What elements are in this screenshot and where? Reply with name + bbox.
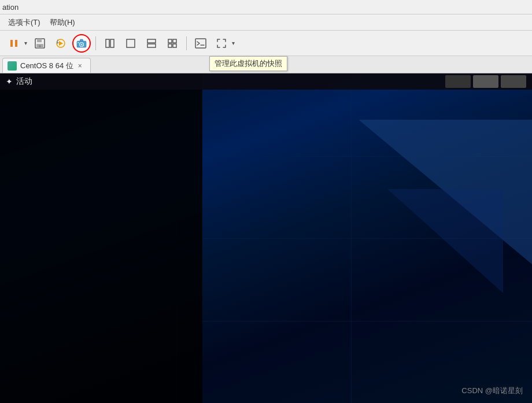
fullscreen-button[interactable] xyxy=(212,34,231,53)
layout4-button[interactable] xyxy=(163,34,182,53)
layout3-button[interactable] xyxy=(142,34,161,53)
svg-rect-18 xyxy=(173,39,176,43)
vm-activities-icon: ✦ xyxy=(6,77,13,86)
tab-icon xyxy=(8,61,17,71)
svg-rect-0 xyxy=(10,40,13,47)
snapshot-button[interactable] xyxy=(72,34,91,53)
svg-marker-7 xyxy=(57,42,59,44)
svg-rect-13 xyxy=(110,39,114,47)
svg-rect-14 xyxy=(127,39,135,47)
layout1-button[interactable] xyxy=(101,34,119,53)
vm-content-area[interactable]: ✦ 活动 CSDN @暗诺星刻 xyxy=(0,73,532,403)
svg-rect-15 xyxy=(147,39,156,43)
snapshot-tooltip: 管理此虚拟机的快照 xyxy=(209,56,287,71)
svg-rect-20 xyxy=(173,44,176,47)
title-bar-text: ation xyxy=(2,3,19,12)
svg-rect-11 xyxy=(77,42,79,43)
menu-tab[interactable]: 选项卡(T) xyxy=(5,16,44,29)
vm-desktop[interactable]: ✦ 活动 CSDN @暗诺星刻 xyxy=(0,73,532,403)
tab-close-button[interactable]: × xyxy=(77,62,83,70)
vm-topbar-widget-3 xyxy=(501,75,526,88)
terminal-button[interactable] xyxy=(191,34,210,53)
svg-rect-3 xyxy=(37,39,42,42)
vm-left-panel xyxy=(0,73,202,403)
tab-label: CentOS 8 64 位 xyxy=(20,61,73,71)
toolbar-separator-1 xyxy=(95,36,96,50)
toolbar-separator-2 xyxy=(186,36,187,50)
vm-activities-btn[interactable]: ✦ 活动 xyxy=(6,76,32,87)
vm-triangle-2 xyxy=(387,189,503,293)
svg-rect-12 xyxy=(106,39,109,47)
fullscreen-dropdown-arrow[interactable]: ▾ xyxy=(231,39,236,47)
svg-rect-16 xyxy=(147,44,156,47)
watermark: CSDN @暗诺星刻 xyxy=(461,386,523,396)
vm-tab[interactable]: CentOS 8 64 位 × xyxy=(2,58,91,73)
fullscreen-btn-group: ▾ xyxy=(212,34,236,53)
svg-rect-19 xyxy=(168,44,172,47)
svg-rect-17 xyxy=(168,39,172,43)
pause-btn-group: ▾ xyxy=(5,34,28,53)
vm-topbar: ✦ 活动 xyxy=(0,73,532,90)
svg-point-5 xyxy=(39,45,41,47)
pause-button[interactable] xyxy=(5,34,23,53)
toolbar: ▾ xyxy=(0,31,532,56)
layout2-button[interactable] xyxy=(121,34,140,53)
title-bar: ation xyxy=(0,0,532,14)
restore-button[interactable] xyxy=(51,34,70,53)
menu-help[interactable]: 帮助(H) xyxy=(46,16,79,29)
vm-activities-label: 活动 xyxy=(16,76,32,87)
svg-rect-21 xyxy=(195,39,206,48)
vm-topbar-widget-1 xyxy=(445,75,471,88)
grid-line xyxy=(351,73,352,403)
pause-dropdown-arrow[interactable]: ▾ xyxy=(23,39,28,47)
svg-point-10 xyxy=(81,43,83,45)
save-state-button[interactable] xyxy=(31,34,49,53)
svg-rect-1 xyxy=(15,40,17,47)
menu-bar: 选项卡(T) 帮助(H) xyxy=(0,14,532,31)
vm-topbar-widget-2 xyxy=(473,75,498,88)
